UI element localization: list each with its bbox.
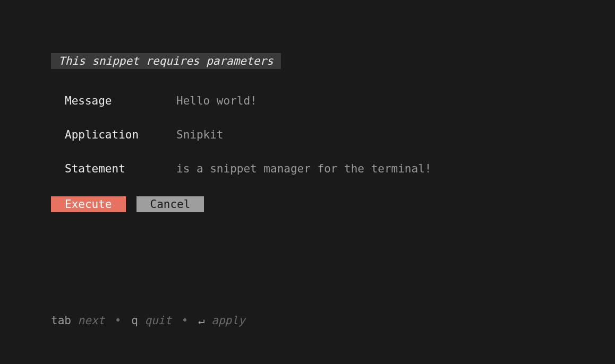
separator-icon: • (115, 314, 122, 327)
dialog-title-text: This snippet requires parameters (58, 55, 274, 67)
cancel-button[interactable]: Cancel (136, 196, 204, 212)
field-row-message: Message Hello world! (65, 94, 564, 107)
field-label-statement: Statement (65, 162, 176, 175)
hint-tab-action: next (78, 314, 105, 327)
hint-q-action: quit (144, 314, 172, 327)
button-row: Execute Cancel (51, 196, 564, 212)
field-value-statement[interactable]: is a snippet manager for the terminal! (176, 162, 431, 175)
field-row-statement: Statement is a snippet manager for the t… (65, 162, 564, 175)
execute-button[interactable]: Execute (51, 196, 126, 212)
field-value-application[interactable]: Snipkit (176, 128, 224, 141)
dialog-title: This snippet requires parameters (51, 53, 281, 69)
field-value-message[interactable]: Hello world! (176, 94, 257, 107)
enter-icon: ↵ (198, 314, 205, 327)
field-label-message: Message (65, 94, 176, 107)
hint-tab-key: tab (51, 314, 71, 327)
keyboard-hints: tab next • q quit • ↵ apply (51, 314, 245, 327)
field-label-application: Application (65, 128, 176, 141)
separator-icon: • (182, 314, 189, 327)
field-row-application: Application Snipkit (65, 128, 564, 141)
parameter-fields: Message Hello world! Application Snipkit… (65, 94, 564, 175)
hint-q-key: q (131, 314, 138, 327)
hint-enter-action: apply (211, 314, 245, 327)
